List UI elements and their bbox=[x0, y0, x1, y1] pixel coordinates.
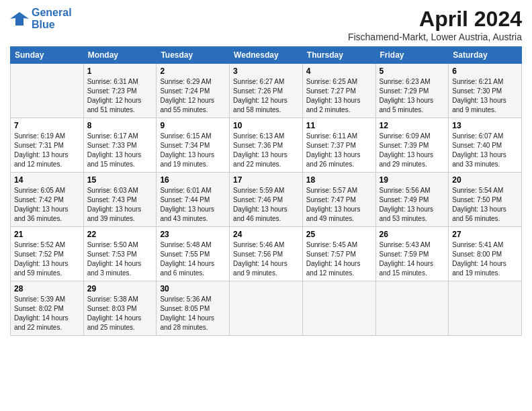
page: General Blue April 2024 Fischamend-Markt… bbox=[0, 0, 532, 346]
day-number: 27 bbox=[452, 230, 518, 239]
day-number: 1 bbox=[87, 66, 153, 76]
header-friday: Friday bbox=[375, 47, 449, 64]
day-info: Sunrise: 6:31 AM Sunset: 7:23 PM Dayligh… bbox=[87, 77, 153, 115]
day-info: Sunrise: 6:23 AM Sunset: 7:29 PM Dayligh… bbox=[380, 77, 445, 115]
header-tuesday: Tuesday bbox=[157, 47, 230, 64]
day-cell: 6Sunrise: 6:21 AM Sunset: 7:30 PM Daylig… bbox=[449, 64, 522, 118]
week-row-1: 1Sunrise: 6:31 AM Sunset: 7:23 PM Daylig… bbox=[11, 64, 522, 118]
day-number: 10 bbox=[233, 121, 299, 130]
day-number: 14 bbox=[14, 175, 80, 185]
subtitle: Fischamend-Markt, Lower Austria, Austria bbox=[348, 32, 522, 42]
day-cell: 12Sunrise: 6:09 AM Sunset: 7:39 PM Dayli… bbox=[375, 118, 449, 173]
week-row-5: 28Sunrise: 5:39 AM Sunset: 8:02 PM Dayli… bbox=[11, 281, 522, 336]
header-saturday: Saturday bbox=[449, 47, 522, 64]
day-cell: 13Sunrise: 6:07 AM Sunset: 7:40 PM Dayli… bbox=[449, 118, 522, 173]
day-info: Sunrise: 5:36 AM Sunset: 8:05 PM Dayligh… bbox=[160, 295, 226, 332]
day-cell: 8Sunrise: 6:17 AM Sunset: 7:33 PM Daylig… bbox=[83, 118, 157, 173]
day-number: 22 bbox=[87, 230, 153, 239]
header-row: SundayMondayTuesdayWednesdayThursdayFrid… bbox=[11, 47, 522, 64]
day-number: 6 bbox=[452, 66, 518, 76]
logo-text: General Blue bbox=[32, 7, 72, 31]
day-number: 5 bbox=[380, 66, 445, 76]
day-cell: 25Sunrise: 5:45 AM Sunset: 7:57 PM Dayli… bbox=[302, 227, 375, 281]
day-cell: 18Sunrise: 5:57 AM Sunset: 7:47 PM Dayli… bbox=[302, 173, 375, 227]
header-monday: Monday bbox=[83, 47, 157, 64]
day-number: 26 bbox=[380, 230, 445, 239]
day-info: Sunrise: 5:38 AM Sunset: 8:03 PM Dayligh… bbox=[87, 295, 153, 332]
day-info: Sunrise: 6:01 AM Sunset: 7:44 PM Dayligh… bbox=[160, 186, 226, 224]
day-info: Sunrise: 6:27 AM Sunset: 7:26 PM Dayligh… bbox=[233, 77, 299, 115]
day-cell: 29Sunrise: 5:38 AM Sunset: 8:03 PM Dayli… bbox=[83, 281, 157, 336]
day-number: 2 bbox=[160, 66, 226, 76]
day-number: 19 bbox=[380, 175, 445, 185]
day-info: Sunrise: 6:11 AM Sunset: 7:37 PM Dayligh… bbox=[306, 132, 372, 169]
day-cell: 26Sunrise: 5:43 AM Sunset: 7:59 PM Dayli… bbox=[375, 227, 449, 281]
day-number: 8 bbox=[87, 121, 153, 130]
day-cell: 3Sunrise: 6:27 AM Sunset: 7:26 PM Daylig… bbox=[230, 64, 303, 118]
day-info: Sunrise: 5:54 AM Sunset: 7:50 PM Dayligh… bbox=[452, 186, 518, 224]
day-number: 23 bbox=[160, 230, 226, 239]
day-cell: 15Sunrise: 6:03 AM Sunset: 7:43 PM Dayli… bbox=[83, 173, 157, 227]
day-cell: 20Sunrise: 5:54 AM Sunset: 7:50 PM Dayli… bbox=[449, 173, 522, 227]
day-number: 25 bbox=[306, 230, 372, 239]
day-info: Sunrise: 6:19 AM Sunset: 7:31 PM Dayligh… bbox=[14, 132, 80, 169]
day-number: 11 bbox=[306, 121, 372, 130]
day-cell: 2Sunrise: 6:29 AM Sunset: 7:24 PM Daylig… bbox=[157, 64, 230, 118]
day-info: Sunrise: 5:57 AM Sunset: 7:47 PM Dayligh… bbox=[306, 186, 372, 224]
day-info: Sunrise: 6:13 AM Sunset: 7:36 PM Dayligh… bbox=[233, 132, 299, 169]
header-thursday: Thursday bbox=[302, 47, 375, 64]
logo: General Blue bbox=[10, 7, 72, 31]
day-number: 30 bbox=[160, 284, 226, 293]
day-number: 29 bbox=[87, 284, 153, 293]
day-info: Sunrise: 6:07 AM Sunset: 7:40 PM Dayligh… bbox=[452, 132, 518, 169]
day-cell: 22Sunrise: 5:50 AM Sunset: 7:53 PM Dayli… bbox=[83, 227, 157, 281]
day-info: Sunrise: 5:56 AM Sunset: 7:49 PM Dayligh… bbox=[380, 186, 445, 224]
day-cell: 4Sunrise: 6:25 AM Sunset: 7:27 PM Daylig… bbox=[302, 64, 375, 118]
month-title: April 2024 bbox=[348, 7, 522, 32]
day-cell bbox=[375, 281, 449, 336]
day-cell: 19Sunrise: 5:56 AM Sunset: 7:49 PM Dayli… bbox=[375, 173, 449, 227]
week-row-2: 7Sunrise: 6:19 AM Sunset: 7:31 PM Daylig… bbox=[11, 118, 522, 173]
day-number: 28 bbox=[14, 284, 80, 293]
day-cell: 9Sunrise: 6:15 AM Sunset: 7:34 PM Daylig… bbox=[157, 118, 230, 173]
day-number: 4 bbox=[306, 66, 372, 76]
day-cell: 10Sunrise: 6:13 AM Sunset: 7:36 PM Dayli… bbox=[230, 118, 303, 173]
header-wednesday: Wednesday bbox=[230, 47, 303, 64]
day-info: Sunrise: 5:43 AM Sunset: 7:59 PM Dayligh… bbox=[380, 240, 445, 278]
day-info: Sunrise: 5:41 AM Sunset: 8:00 PM Dayligh… bbox=[452, 240, 518, 278]
day-info: Sunrise: 5:52 AM Sunset: 7:52 PM Dayligh… bbox=[14, 240, 80, 278]
day-cell bbox=[302, 281, 375, 336]
day-info: Sunrise: 6:03 AM Sunset: 7:43 PM Dayligh… bbox=[87, 186, 153, 224]
day-number: 24 bbox=[233, 230, 299, 239]
day-info: Sunrise: 5:48 AM Sunset: 7:55 PM Dayligh… bbox=[160, 240, 226, 278]
day-cell: 23Sunrise: 5:48 AM Sunset: 7:55 PM Dayli… bbox=[157, 227, 230, 281]
day-cell bbox=[11, 64, 84, 118]
day-number: 3 bbox=[233, 66, 299, 76]
day-number: 12 bbox=[380, 121, 445, 130]
header-sunday: Sunday bbox=[11, 47, 84, 64]
title-section: April 2024 Fischamend-Markt, Lower Austr… bbox=[348, 7, 522, 42]
header: General Blue April 2024 Fischamend-Markt… bbox=[10, 7, 522, 42]
day-cell: 5Sunrise: 6:23 AM Sunset: 7:29 PM Daylig… bbox=[375, 64, 449, 118]
day-info: Sunrise: 6:21 AM Sunset: 7:30 PM Dayligh… bbox=[452, 77, 518, 115]
week-row-3: 14Sunrise: 6:05 AM Sunset: 7:42 PM Dayli… bbox=[11, 173, 522, 227]
day-number: 9 bbox=[160, 121, 226, 130]
week-row-4: 21Sunrise: 5:52 AM Sunset: 7:52 PM Dayli… bbox=[11, 227, 522, 281]
calendar-table: SundayMondayTuesdayWednesdayThursdayFrid… bbox=[10, 46, 522, 336]
day-number: 18 bbox=[306, 175, 372, 185]
day-info: Sunrise: 5:46 AM Sunset: 7:56 PM Dayligh… bbox=[233, 240, 299, 278]
day-number: 17 bbox=[233, 175, 299, 185]
day-cell: 14Sunrise: 6:05 AM Sunset: 7:42 PM Dayli… bbox=[11, 173, 84, 227]
day-info: Sunrise: 6:17 AM Sunset: 7:33 PM Dayligh… bbox=[87, 132, 153, 169]
day-info: Sunrise: 6:09 AM Sunset: 7:39 PM Dayligh… bbox=[380, 132, 445, 169]
day-info: Sunrise: 6:15 AM Sunset: 7:34 PM Dayligh… bbox=[160, 132, 226, 169]
day-number: 13 bbox=[452, 121, 518, 130]
day-cell: 17Sunrise: 5:59 AM Sunset: 7:46 PM Dayli… bbox=[230, 173, 303, 227]
day-number: 7 bbox=[14, 121, 80, 130]
day-cell: 27Sunrise: 5:41 AM Sunset: 8:00 PM Dayli… bbox=[449, 227, 522, 281]
day-info: Sunrise: 5:50 AM Sunset: 7:53 PM Dayligh… bbox=[87, 240, 153, 278]
day-cell: 24Sunrise: 5:46 AM Sunset: 7:56 PM Dayli… bbox=[230, 227, 303, 281]
day-info: Sunrise: 6:25 AM Sunset: 7:27 PM Dayligh… bbox=[306, 77, 372, 115]
logo-icon bbox=[10, 9, 29, 28]
day-cell: 21Sunrise: 5:52 AM Sunset: 7:52 PM Dayli… bbox=[11, 227, 84, 281]
